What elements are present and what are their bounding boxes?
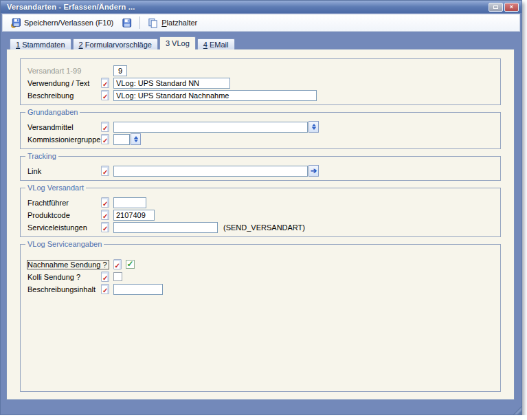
save-exit-button[interactable]: Speichern/Verlassen (F10)	[6, 16, 117, 30]
beschreibung-input[interactable]	[113, 90, 317, 101]
versandmittel-spinner[interactable]	[309, 121, 319, 133]
tab-vlog[interactable]: 3 VLog	[159, 36, 196, 49]
open-link-button[interactable]: ➔	[309, 165, 319, 177]
kommissioniergruppe-spinner[interactable]	[131, 133, 141, 145]
maximize-icon	[493, 5, 498, 9]
kolli-checkbox[interactable]	[113, 272, 122, 281]
tab-formularvorschlaege[interactable]: 2 Formularvorschläge	[73, 38, 158, 49]
toolbar: Speichern/Verlassen (F10) Platzhalter	[2, 14, 520, 32]
field-beschreibung: Beschreibung	[27, 89, 495, 101]
beschreibungsinhalt-label: Beschreibungsinhalt	[27, 285, 101, 294]
serviceleistungen-label: Serviceleistungen	[27, 223, 101, 232]
field-serviceleistungen: Serviceleistungen (SEND_VERSANDART)	[27, 221, 495, 233]
validate-icon[interactable]	[101, 166, 109, 176]
tab-panel-vlog: Versandart 1-99 Verwendung / Text Beschr…	[6, 49, 515, 400]
validate-icon[interactable]	[113, 259, 122, 269]
grundangaben-legend: Grundangaben	[25, 108, 80, 116]
field-frachtfuehrer: Frachtführer	[27, 197, 495, 208]
link-label: Link	[27, 167, 101, 175]
kommissioniergruppe-label: Kommissioniergruppe	[27, 135, 101, 144]
link-input[interactable]	[113, 166, 308, 177]
vlog-serviceangaben-fieldset: VLog Serviceangaben Nachnahme Sendung ? …	[20, 244, 501, 392]
versandart-label: Versandart 1-99	[27, 67, 101, 75]
tracking-fieldset: Tracking Link ➔	[20, 156, 501, 181]
validate-icon[interactable]	[101, 284, 109, 294]
validate-icon[interactable]	[101, 222, 109, 232]
field-verwendung: Verwendung / Text	[27, 77, 495, 89]
frachtfuehrer-input[interactable]	[113, 197, 146, 208]
serviceleistungen-input[interactable]	[113, 222, 218, 233]
frachtfuehrer-label: Frachtführer	[27, 199, 101, 207]
close-icon: ×	[510, 4, 513, 10]
tab-email[interactable]: 4 EMail	[197, 38, 235, 49]
versandmittel-input[interactable]	[113, 122, 308, 133]
field-nachnahme: Nachnahme Sendung ?	[27, 258, 495, 270]
validate-icon[interactable]	[101, 197, 109, 208]
nachnahme-label: Nachnahme Sendung ?	[27, 261, 109, 269]
resize-grip[interactable]	[512, 405, 522, 415]
spinner-down-icon	[134, 140, 138, 142]
vlog-versandart-legend: VLog Versandart	[25, 184, 86, 192]
tab-strip: 1 Stammdaten 2 Formularvorschläge 3 VLog…	[10, 36, 236, 49]
produktcode-input[interactable]	[113, 210, 155, 221]
save-button[interactable]	[117, 16, 136, 30]
vlog-serviceangaben-legend: VLog Serviceangaben	[25, 240, 104, 248]
verwendung-label: Verwendung / Text	[27, 79, 101, 87]
header-box: Versandart 1-99 Verwendung / Text Beschr…	[20, 58, 501, 105]
spinner-up-icon	[134, 136, 138, 139]
copy-pages-icon	[148, 18, 158, 28]
field-kommissioniergruppe: Kommissioniergruppe	[27, 133, 495, 145]
placeholder-button[interactable]: Platzhalter	[144, 16, 201, 30]
serviceleistungen-suffix: (SEND_VERSANDART)	[223, 223, 305, 232]
validate-icon[interactable]	[101, 210, 109, 220]
validate-icon[interactable]	[101, 78, 109, 88]
beschreibung-label: Beschreibung	[27, 91, 101, 100]
floppy-disk-icon	[10, 18, 21, 28]
kommissioniergruppe-input[interactable]	[113, 134, 130, 145]
versandmittel-label: Versandmittel	[27, 123, 101, 131]
placeholder-label: Platzhalter	[161, 19, 197, 27]
arrow-right-icon: ➔	[311, 167, 317, 175]
field-produktcode: Produktcode	[27, 209, 495, 221]
spinner-down-icon	[312, 127, 316, 130]
close-button[interactable]: ×	[504, 3, 519, 12]
beschreibungsinhalt-input[interactable]	[113, 284, 163, 295]
kolli-label: Kolli Sendung ?	[27, 273, 101, 281]
vlog-versandart-fieldset: VLog Versandart Frachtführer Produktcode…	[20, 188, 501, 237]
field-link: Link ➔	[27, 165, 495, 177]
title-bar: Versandarten - Erfassen/Ändern ... ×	[1, 1, 522, 13]
dialog-window: Versandarten - Erfassen/Ändern ... × Spe…	[0, 0, 522, 415]
tracking-legend: Tracking	[25, 152, 58, 160]
maximize-button[interactable]	[489, 3, 503, 12]
field-versandart: Versandart 1-99	[27, 65, 495, 76]
verwendung-input[interactable]	[113, 78, 230, 89]
window-title: Versandarten - Erfassen/Ändern ...	[7, 3, 487, 11]
validate-icon[interactable]	[101, 134, 109, 144]
grundangaben-fieldset: Grundangaben Versandmittel Kommissionier…	[20, 112, 501, 149]
versandart-input[interactable]	[113, 65, 127, 76]
field-beschreibungsinhalt: Beschreibungsinhalt	[27, 283, 495, 295]
floppy-disk-icon	[122, 18, 132, 28]
nachnahme-checkbox[interactable]	[126, 260, 135, 269]
validate-icon[interactable]	[101, 272, 109, 282]
save-exit-label: Speichern/Verlassen (F10)	[24, 19, 113, 27]
field-versandmittel: Versandmittel	[27, 121, 495, 133]
toolbar-separator	[139, 16, 140, 29]
produktcode-label: Produktcode	[27, 211, 101, 219]
validate-icon[interactable]	[101, 122, 109, 132]
spinner-up-icon	[312, 124, 316, 126]
field-kolli: Kolli Sendung ?	[27, 271, 495, 283]
validate-icon[interactable]	[101, 90, 109, 100]
tab-stammdaten[interactable]: 1 Stammdaten	[10, 38, 71, 49]
